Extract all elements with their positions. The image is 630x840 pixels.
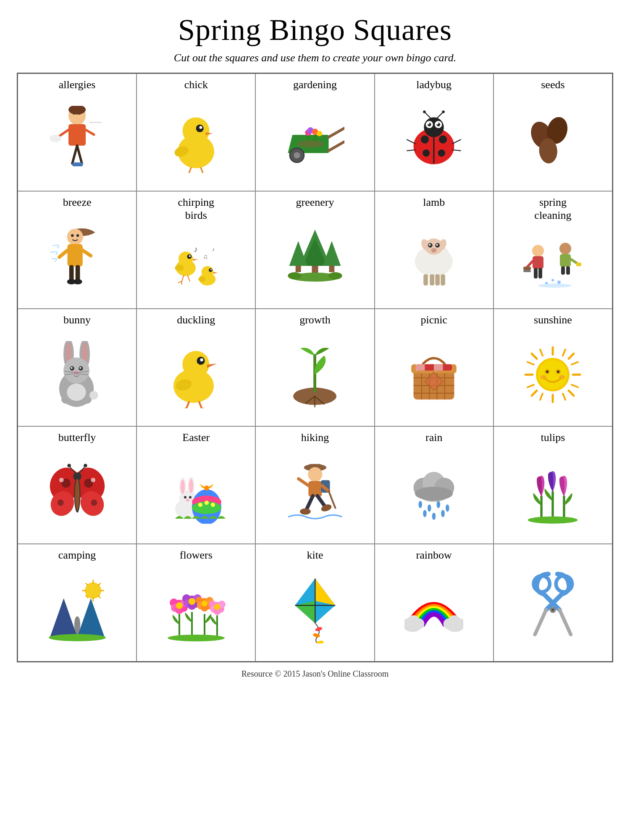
cell-label-bunny: bunny	[63, 313, 91, 326]
svg-point-204	[538, 360, 567, 389]
svg-rect-184	[434, 364, 443, 370]
svg-point-256	[300, 508, 311, 514]
svg-point-233	[189, 479, 193, 493]
svg-point-28	[294, 152, 300, 158]
svg-point-144	[71, 367, 72, 369]
svg-point-156	[183, 351, 210, 378]
cell-kite: kite	[255, 544, 374, 662]
cell-label-butterfly: butterfly	[58, 431, 96, 444]
svg-point-265	[437, 501, 441, 508]
cell-image-hiking	[259, 446, 370, 538]
svg-line-19	[189, 167, 192, 173]
cell-image-camping	[21, 564, 133, 655]
svg-rect-128	[561, 266, 565, 275]
svg-rect-183	[416, 364, 425, 370]
svg-rect-5	[76, 162, 83, 166]
cell-image-butterfly	[21, 446, 133, 538]
svg-point-87	[198, 276, 205, 282]
svg-point-266	[446, 504, 449, 512]
svg-point-262	[415, 487, 453, 500]
svg-line-198	[572, 362, 578, 365]
svg-point-322	[168, 635, 225, 641]
svg-line-130	[571, 259, 577, 263]
cell-label-sunshine: sunshine	[534, 313, 572, 326]
cell-label-camping: camping	[58, 549, 96, 562]
cell-bunny: bunny	[18, 309, 136, 426]
svg-point-49	[442, 110, 445, 113]
cell-image-picnic	[378, 329, 490, 420]
cell-image-greenery	[259, 211, 370, 302]
cell-hiking: hiking	[255, 426, 374, 544]
svg-point-273	[528, 517, 578, 524]
svg-line-194	[532, 391, 537, 396]
svg-line-342	[559, 610, 571, 635]
svg-point-54	[438, 149, 445, 156]
svg-point-14	[183, 117, 210, 144]
svg-line-22	[201, 167, 203, 173]
cell-image-ladybug	[378, 94, 490, 185]
svg-line-69	[82, 250, 90, 256]
svg-line-193	[569, 354, 574, 359]
cell-lamb: lamb	[375, 191, 494, 309]
svg-marker-76	[193, 259, 198, 260]
svg-marker-324	[315, 578, 335, 605]
svg-line-48	[437, 112, 443, 118]
svg-point-141	[63, 357, 89, 383]
svg-point-330	[316, 640, 324, 643]
svg-point-240	[198, 503, 202, 507]
cell-gardening: gardening	[255, 74, 374, 191]
svg-line-255	[317, 496, 325, 507]
svg-text:♫: ♫	[203, 253, 207, 260]
footer-text: Resource © 2015 Jason's Online Classroom	[242, 669, 388, 679]
cell-image-breeze	[21, 211, 133, 302]
svg-line-3	[77, 145, 82, 163]
svg-point-16	[200, 126, 202, 129]
svg-rect-122	[523, 267, 531, 270]
cell-camping: camping	[18, 544, 136, 662]
svg-rect-117	[435, 274, 440, 286]
cell-label-growth: growth	[299, 313, 331, 326]
svg-rect-124	[534, 268, 538, 278]
svg-point-34	[317, 131, 322, 136]
svg-line-281	[98, 583, 100, 585]
svg-line-164	[199, 402, 202, 408]
cell-growth: growth	[255, 309, 374, 426]
svg-text:♪: ♪	[212, 246, 214, 252]
svg-marker-86	[213, 272, 218, 274]
cell-image-duckling	[140, 329, 252, 420]
svg-line-2	[72, 145, 77, 163]
cell-image-scissors	[497, 551, 609, 655]
cell-image-seeds	[497, 94, 609, 185]
svg-line-121	[527, 261, 533, 268]
cell-image-allergies: ~~~	[21, 94, 133, 185]
svg-rect-97	[329, 266, 334, 272]
svg-point-207	[546, 370, 549, 373]
svg-line-195	[540, 349, 543, 356]
svg-marker-288	[77, 598, 105, 637]
svg-point-242	[211, 503, 215, 507]
svg-point-132	[551, 279, 554, 281]
cell-butterfly: butterfly	[18, 426, 136, 544]
cell-label-rainbow: rainbow	[416, 549, 452, 562]
cell-breeze: breeze	[18, 191, 136, 309]
cell-picnic: picnic	[375, 309, 494, 426]
cell-spring-cleaning: spring cleaning	[494, 191, 612, 309]
svg-point-37	[297, 140, 324, 147]
cell-easter: Easter	[136, 426, 255, 544]
cell-sunshine: sunshine	[494, 309, 612, 426]
cell-image-gardening	[259, 94, 370, 185]
svg-point-158	[200, 358, 203, 361]
svg-point-234	[184, 496, 186, 499]
svg-point-47	[423, 110, 425, 113]
cell-label-lamb: lamb	[423, 196, 445, 209]
svg-point-300	[176, 602, 183, 609]
cell-rain: rain	[375, 426, 494, 544]
page-title: Spring Bingo Squares	[178, 13, 452, 47]
svg-point-289	[49, 634, 106, 641]
cell-image-lamb	[378, 211, 490, 302]
svg-line-280	[98, 596, 100, 598]
svg-point-135	[538, 284, 572, 288]
cell-label-easter: Easter	[182, 431, 210, 444]
cell-image-chick	[140, 94, 252, 185]
svg-point-235	[189, 496, 192, 499]
